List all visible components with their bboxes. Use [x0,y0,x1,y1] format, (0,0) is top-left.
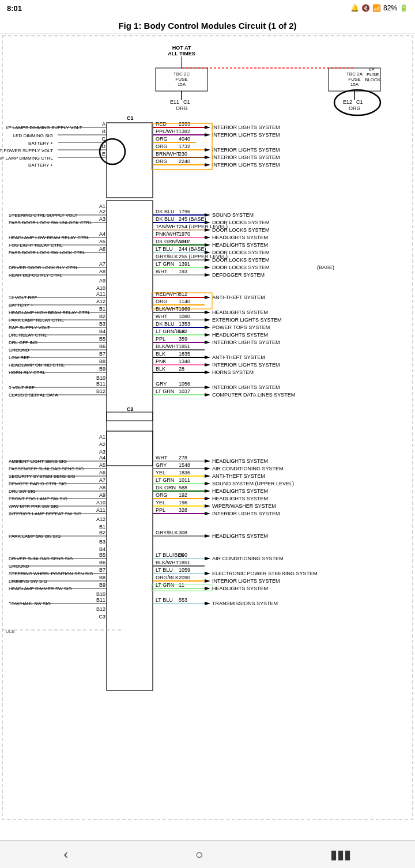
svg-text:LED DIMMING SIG: LED DIMMING SIG [13,133,53,138]
svg-text:INTERIOR LIGHTS SYSTEM: INTERIOR LIGHTS SYSTEM [212,147,280,153]
svg-text:PASS DOOR LOCK SW LOCK CTRL: PASS DOOR LOCK SW LOCK CTRL [9,250,86,255]
svg-text:HEADLIGHTS SYSTEM: HEADLIGHTS SYSTEM [212,533,268,539]
svg-text:FUSE: FUSE [175,77,187,82]
svg-text:B9: B9 [99,582,105,588]
svg-text:E11: E11 [170,99,179,105]
svg-marker-374 [205,602,210,605]
svg-text:1836: 1836 [179,470,190,475]
svg-text:FUSE: FUSE [367,72,379,77]
svg-text:LT GRN: LT GRN [156,477,174,483]
svg-marker-219 [205,363,210,367]
svg-text:DK BLU: DK BLU [156,216,175,222]
svg-text:B7: B7 [99,567,105,573]
svg-text:ORG: ORG [156,299,168,304]
svg-text:A10: A10 [96,285,105,291]
svg-text:C: C [102,136,106,142]
svg-text:BLK/WHT: BLK/WHT [156,344,179,349]
svg-marker-173 [205,318,210,322]
svg-text:A12: A12 [96,516,105,522]
svg-text:REMOTE RADIO CTRL SIG: REMOTE RADIO CTRL SIG [9,481,67,486]
svg-marker-211 [205,356,210,359]
svg-marker-324 [205,534,210,538]
status-time: 8:01 [7,4,22,13]
svg-text:196: 196 [179,500,187,505]
svg-text:A8: A8 [99,485,105,490]
svg-text:DIMMING SW SIG: DIMMING SW SIG [9,579,47,584]
recent-button[interactable]: ▮▮▮ [312,843,369,867]
svg-marker-56 [205,148,210,152]
svg-text:192: 192 [179,492,187,498]
home-button[interactable]: ○ [177,843,221,867]
svg-text:DRL SW SIG: DRL SW SIG [9,489,36,494]
svg-text:B5: B5 [99,336,105,342]
svg-text:DK BLU: DK BLU [156,321,175,327]
svg-text:1851: 1851 [179,560,190,565]
svg-text:HEADLAMP DIMMER SW SIG: HEADLAMP DIMMER SW SIG [9,586,72,591]
svg-text:A6: A6 [99,246,105,252]
svg-text:328: 328 [179,507,187,513]
svg-text:A11: A11 [96,507,105,513]
svg-text:AIR CONDITIONING SYSTEM: AIR CONDITIONING SYSTEM [212,466,284,471]
svg-text:A5: A5 [99,239,105,244]
svg-text:GRY/BLK: GRY/BLK [156,254,178,259]
svg-text:DRL OFF IND: DRL OFF IND [9,340,37,345]
svg-rect-73 [107,201,153,466]
back-button[interactable]: ‹ [46,843,86,867]
svg-text:BLK/WHT: BLK/WHT [156,306,179,312]
svg-text:PNK: PNK [156,358,167,364]
svg-text:4040: 4040 [179,136,190,142]
svg-text:1140: 1140 [179,299,190,304]
svg-text:INTERIOR LIGHTS SYSTEM: INTERIOR LIGHTS SYSTEM [212,132,280,138]
svg-marker-131 [205,266,210,269]
svg-text:A2: A2 [99,441,105,447]
svg-marker-356 [205,579,210,583]
battery-text: 82% [383,4,397,12]
svg-text:1353: 1353 [179,321,190,327]
svg-text:AMBIENT LIGHT SENS SIG: AMBIENT LIGHT SENS SIG [9,459,67,464]
svg-rect-247 [107,412,153,421]
svg-text:11: 11 [179,582,184,588]
svg-text:B1: B1 [99,524,105,530]
svg-text:ORG: ORG [176,105,188,111]
svg-rect-248 [107,431,153,690]
svg-text:A9: A9 [99,492,105,498]
svg-text:1835: 1835 [179,351,190,357]
svg-text:HOT AT: HOT AT [172,45,191,51]
svg-text:I/P: I/P [369,67,375,72]
svg-text:12 VOLT REF: 12 VOLT REF [9,295,37,300]
svg-text:INTERIOR LAMP DEFEAT SW SIG: INTERIOR LAMP DEFEAT SW SIG [9,511,81,516]
svg-text:PASSENGER SUNLOAD SENS SIG: PASSENGER SUNLOAD SENS SIG [9,466,84,471]
svg-text:CLASS 2 SERIAL DATA: CLASS 2 SERIAL DATA [9,393,58,398]
svg-text:193: 193 [179,269,187,274]
svg-text:BRN/WHT: BRN/WHT [156,151,180,157]
svg-marker-314 [205,512,210,515]
svg-text:PNK/WHT: PNK/WHT [156,231,180,237]
svg-text:HEADLIGHTS SYSTEM: HEADLIGHTS SYSTEM [212,235,268,240]
svg-text:A11: A11 [96,291,105,297]
svg-text:ANTI-THEFT SYSTEM: ANTI-THEFT SYSTEM [212,295,265,300]
svg-text:2353: 2353 [179,121,190,127]
svg-marker-34 [205,126,210,129]
svg-text:LOW REF: LOW REF [9,355,30,360]
svg-text:DOOR LOCKS SYSTEM: DOOR LOCKS SYSTEM [212,227,270,233]
svg-text:A10: A10 [96,500,105,505]
svg-text:DRIVER SUNLOAD SENS SIG: DRIVER SUNLOAD SENS SIG [9,556,73,561]
page-title: Fig 1: Body Control Modules Circuit (1 o… [0,16,415,33]
svg-text:2240: 2240 [179,158,190,164]
svg-text:B2: B2 [99,530,105,535]
svg-text:COMPUTER DATA LINES SYSTEM: COMPUTER DATA LINES SYSTEM [212,392,295,398]
svg-text:359: 359 [179,336,187,342]
svg-text:1037: 1037 [179,388,190,394]
svg-text:TBC 2A: TBC 2A [346,71,363,77]
svg-text:HEADLIGHTS SYSTEM: HEADLIGHTS SYSTEM [212,496,268,501]
svg-text:230: 230 [179,151,187,157]
svg-text:LT GRN: LT GRN [156,388,174,394]
svg-text:FRONT FOG LAMP SW SIG: FRONT FOG LAMP SW SIG [9,496,67,501]
svg-text:INTERIOR LIGHTS SYSTEM: INTERIOR LIGHTS SYSTEM [212,124,280,130]
svg-text:590: 590 [179,552,187,558]
svg-text:PARK LAMP SW ON SIG: PARK LAMP SW ON SIG [9,534,61,539]
svg-text:WHT: WHT [156,269,168,274]
svg-text:B4: B4 [99,329,105,334]
svg-text:SECURITY SYSTEM SENS SIG: SECURITY SYSTEM SENS SIG [9,474,75,479]
mute-icon: 🔇 [361,4,370,12]
